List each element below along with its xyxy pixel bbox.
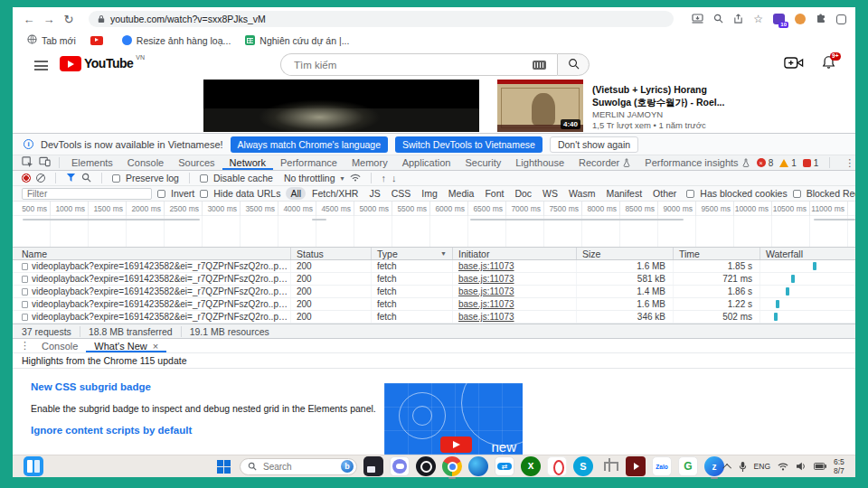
close-icon[interactable]: × [153, 341, 158, 352]
initiator-link[interactable]: base.js:11073 [458, 311, 514, 323]
error-count-badge[interactable]: ×8 [757, 158, 774, 168]
share-icon[interactable] [733, 11, 743, 27]
devtools-tab-network[interactable]: Network [222, 155, 273, 170]
filter-chip-img[interactable]: Img [417, 187, 442, 200]
initiator-link[interactable]: base.js:11073 [458, 286, 514, 297]
match-language-button[interactable]: Always match Chrome's language [231, 136, 388, 153]
initiator-link[interactable]: base.js:11073 [458, 260, 514, 272]
search-input[interactable] [292, 59, 527, 71]
back-button[interactable]: ← [22, 13, 36, 26]
gameloop-icon[interactable] [678, 456, 698, 476]
devtools-tab-memory[interactable]: Memory [344, 155, 395, 170]
export-har-icon[interactable]: ↓ [392, 173, 397, 183]
xbox-icon[interactable] [521, 456, 541, 476]
address-bar[interactable]: youtube.com/watch?v=sxx8PJks_vM [89, 11, 674, 27]
request-name-cell[interactable]: videoplayback?expire=1691423582&ei=_r7QZ… [13, 286, 290, 297]
dont-show-again-button[interactable]: Don't show again [550, 136, 638, 153]
devtools-tab-elements[interactable]: Elements [64, 155, 120, 170]
obs-studio-icon[interactable] [416, 456, 436, 476]
taskbar-search[interactable]: b [240, 458, 357, 475]
search-button[interactable] [557, 53, 590, 76]
youtube-logo[interactable]: YouTube VN [60, 56, 145, 71]
usb-device-icon[interactable] [599, 456, 619, 476]
has-blocked-cookies-checkbox[interactable] [686, 190, 694, 198]
edge-icon[interactable] [468, 456, 488, 476]
recommended-thumbnail[interactable]: 4:40 [497, 84, 583, 132]
filter-chip-manifest[interactable]: Manifest [601, 187, 646, 200]
filter-chip-ws[interactable]: WS [538, 187, 562, 200]
media-app-icon[interactable] [626, 456, 646, 476]
network-request-row[interactable]: videoplayback?expire=1691423582&ei=_r7QZ… [13, 260, 855, 273]
column-header-waterfall[interactable]: Waterfall [760, 248, 855, 259]
drawer-menu-icon[interactable]: ⋮ [16, 340, 33, 352]
devtools-tab-recorder[interactable]: Recorder [571, 155, 637, 170]
devtools-menu-icon[interactable]: ⋮ [841, 157, 855, 169]
whats-new-item1-link[interactable]: New CSS subgrid badge [31, 381, 151, 392]
menu-hamburger-icon[interactable] [34, 61, 48, 70]
inspect-element-icon[interactable] [22, 156, 33, 170]
filter-chip-fetch-xhr[interactable]: Fetch/XHR [307, 187, 363, 200]
record-network-log-button[interactable] [22, 174, 31, 183]
network-request-row[interactable]: videoplayback?expire=1691423582&ei=_r7QZ… [13, 286, 855, 298]
filter-chip-js[interactable]: JS [364, 187, 384, 200]
invert-checkbox[interactable] [157, 190, 165, 198]
opera-icon[interactable] [547, 456, 567, 476]
extension-orange-icon[interactable] [795, 14, 806, 24]
devtools-tab-performance[interactable]: Performance [273, 155, 344, 170]
drawer-tab-console[interactable]: Console [33, 339, 86, 352]
network-conditions-icon[interactable] [350, 173, 361, 183]
zalo-pc-icon[interactable] [704, 456, 724, 476]
devtools-tab-performance-insights[interactable]: Performance insights [637, 155, 756, 170]
photos-app-icon[interactable] [363, 456, 383, 476]
request-name-cell[interactable]: videoplayback?expire=1691423582&ei=_r7QZ… [13, 298, 290, 310]
profile-icon[interactable] [836, 14, 846, 24]
initiator-link[interactable]: base.js:11073 [458, 273, 514, 285]
bookmark-new-tab[interactable]: Tab mới [27, 34, 76, 46]
chrome-icon[interactable] [442, 456, 462, 476]
filter-chip-wasm[interactable]: Wasm [564, 187, 599, 200]
devtools-tab-lighthouse[interactable]: Lighthouse [508, 155, 571, 170]
battery-icon[interactable] [814, 463, 826, 470]
column-header-name[interactable]: Name [13, 248, 290, 259]
network-request-row[interactable]: videoplayback?expire=1691423582&ei=_r7QZ… [13, 311, 855, 324]
issues-count-badge[interactable]: 1 [803, 158, 819, 168]
install-icon[interactable] [692, 11, 703, 27]
filter-chip-font[interactable]: Font [480, 187, 508, 200]
column-header-status[interactable]: Status [290, 248, 371, 259]
blocked-requests-checkbox[interactable] [793, 190, 801, 198]
whats-new-item2-link[interactable]: Ignore content scripts by default [31, 425, 192, 436]
wifi-icon[interactable] [778, 463, 788, 471]
skype-icon[interactable] [573, 456, 593, 476]
reload-button[interactable]: ↻ [61, 13, 76, 26]
throttling-select[interactable]: No throttling [284, 173, 335, 183]
keyboard-icon[interactable] [533, 61, 546, 70]
start-button[interactable] [213, 456, 233, 476]
filter-input[interactable] [22, 188, 152, 200]
network-overview[interactable] [13, 216, 855, 247]
extension-icon[interactable]: 10 [773, 14, 785, 24]
network-request-row[interactable]: videoplayback?expire=1691423582&ei=_r7QZ… [13, 273, 855, 286]
zoom-icon[interactable] [713, 11, 723, 27]
create-video-icon[interactable] [784, 56, 804, 73]
request-name-cell[interactable]: videoplayback?expire=1691423582&ei=_r7QZ… [13, 260, 290, 272]
devtools-tab-sources[interactable]: Sources [171, 155, 222, 170]
preserve-log-checkbox[interactable] [112, 174, 120, 183]
video-player[interactable] [203, 80, 479, 132]
taskbar-search-input[interactable] [261, 461, 336, 473]
filter-chip-all[interactable]: All [286, 187, 306, 200]
forward-button[interactable]: → [42, 13, 56, 26]
column-header-size[interactable]: Size [576, 248, 673, 259]
column-header-initiator[interactable]: Initiator [452, 248, 576, 259]
notifications-bell-icon[interactable]: 9+ [822, 55, 835, 73]
teamviewer-icon[interactable] [495, 456, 514, 476]
request-name-cell[interactable]: videoplayback?expire=1691423582&ei=_r7QZ… [13, 273, 290, 285]
zalo-icon[interactable] [652, 456, 672, 476]
filter-funnel-icon[interactable] [66, 173, 76, 184]
initiator-link[interactable]: base.js:11073 [458, 298, 514, 310]
clear-network-log-button[interactable] [36, 174, 45, 183]
devtools-tab-security[interactable]: Security [458, 155, 508, 170]
network-request-row[interactable]: videoplayback?expire=1691423582&ei=_r7QZ… [13, 298, 855, 311]
import-har-icon[interactable]: ↑ [382, 173, 387, 183]
filter-chip-doc[interactable]: Doc [510, 187, 536, 200]
devtools-tab-application[interactable]: Application [395, 155, 458, 170]
